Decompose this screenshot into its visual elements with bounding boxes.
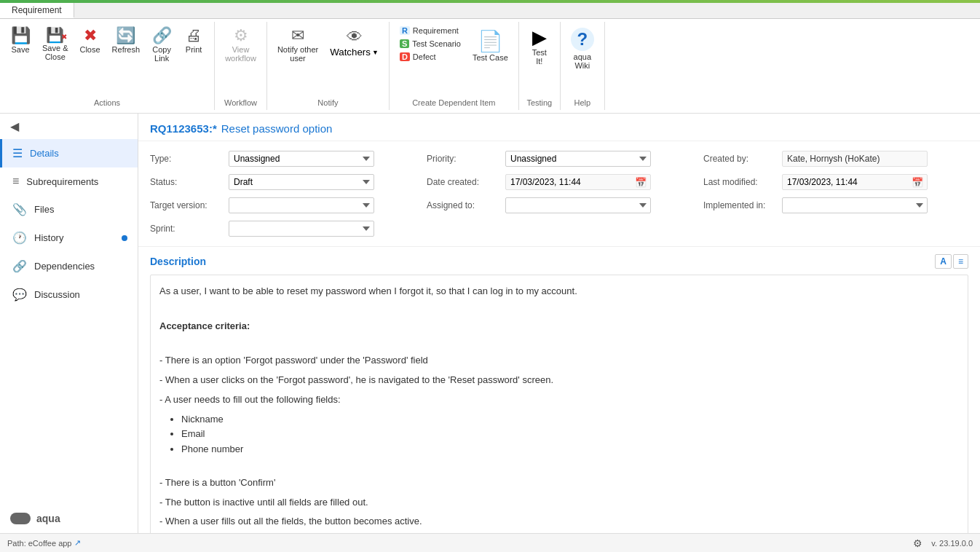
tab-requirement[interactable]: Requirement xyxy=(0,3,74,18)
save-button[interactable]: 💾 Save xyxy=(6,25,35,57)
copy-link-icon: 🔗 xyxy=(152,28,172,44)
history-notification-dot xyxy=(122,235,127,241)
description-section: Description A ≡ As a user, I want to be … xyxy=(138,247,980,533)
discussion-label: Discussion xyxy=(34,289,80,300)
testing-group-label: Testing xyxy=(526,95,552,107)
toolbar-group-create-dependent: R Requirement S Test Scenario D Defect 📄… xyxy=(390,22,519,110)
save-icon: 💾 xyxy=(11,28,31,44)
close-button[interactable]: ✖ Close xyxy=(75,25,104,57)
toolbar-group-testing: ▶ TestIt! Testing xyxy=(519,22,561,110)
help-group-label: Help xyxy=(574,95,591,107)
last-modified-calendar-icon: 📅 xyxy=(908,176,927,189)
subrequirements-icon: ≡ xyxy=(12,175,19,188)
field-item-phone: Phone number xyxy=(181,442,959,457)
target-version-select[interactable] xyxy=(229,197,374,213)
print-button[interactable]: 🖨 Print xyxy=(179,25,208,57)
priority-select[interactable]: Unassigned xyxy=(505,151,651,167)
watchers-chevron: ▼ xyxy=(372,49,379,56)
date-created-label: Date created: xyxy=(427,177,499,187)
type-select[interactable]: Unassigned xyxy=(229,151,374,167)
sidebar-item-history[interactable]: 🕐 History xyxy=(0,224,138,252)
toolbar: 💾 Save 💾✖ Save &Close ✖ Close 🔄 Refresh … xyxy=(0,19,980,114)
form-grid: Type: Unassigned Status: Draft Target ve… xyxy=(150,147,968,240)
path-link-icon[interactable]: ↗ xyxy=(74,538,81,548)
desc-tool-format-button[interactable]: ≡ xyxy=(953,254,968,269)
create-requirement-button[interactable]: R Requirement xyxy=(395,25,465,36)
test-case-icon: 📄 xyxy=(478,29,503,53)
assigned-to-field-row: Assigned to: xyxy=(427,194,692,217)
test-it-label: TestIt! xyxy=(532,48,547,66)
implemented-in-select[interactable] xyxy=(782,197,928,213)
history-icon: 🕐 xyxy=(12,231,27,245)
sidebar-item-files[interactable]: 📎 Files xyxy=(0,195,138,224)
dependencies-label: Dependencies xyxy=(34,261,95,272)
type-field-row: Type: Unassigned xyxy=(150,147,415,170)
toolbar-group-workflow: ⚙ Viewworkflow Workflow xyxy=(215,22,267,110)
sidebar-item-subrequirements[interactable]: ≡ Subrequirements xyxy=(0,167,138,195)
date-created-field-row: Date created: 📅 xyxy=(427,170,692,194)
collapse-icon: ◀ xyxy=(10,119,19,133)
form-col-1: Type: Unassigned Status: Draft Target ve… xyxy=(150,147,415,240)
copy-link-button[interactable]: 🔗 CopyLink xyxy=(147,25,176,66)
create-test-case-button[interactable]: 📄 Test Case xyxy=(468,25,513,66)
wiki-icon: ? xyxy=(571,28,594,51)
history-label: History xyxy=(34,232,63,243)
version-text: v. 23.19.0.0 xyxy=(931,539,973,548)
toolbar-group-notify: ✉ Notify otheruser 👁 Watchers ▼ Notify xyxy=(267,22,390,110)
more-criteria-0: - There is a button 'Confirm' xyxy=(159,476,959,491)
notify-button[interactable]: ✉ Notify otheruser xyxy=(273,25,323,66)
desc-tool-a-button[interactable]: A xyxy=(935,254,952,269)
sprint-select[interactable] xyxy=(229,221,374,237)
view-workflow-button[interactable]: ⚙ Viewworkflow xyxy=(221,25,261,66)
item-id: RQ1123653:* xyxy=(150,122,217,135)
workflow-group-label: Workflow xyxy=(224,95,257,107)
settings-icon[interactable]: ⚙ xyxy=(913,537,922,549)
test-it-button[interactable]: ▶ TestIt! xyxy=(525,25,554,68)
defect-icon: D xyxy=(400,52,410,61)
more-criteria-2: - When a user fills out all the fields, … xyxy=(159,514,959,529)
type-label: Type: xyxy=(150,154,223,164)
content-area: RQ1123653:* Reset password option Type: … xyxy=(138,114,980,533)
status-select[interactable]: Draft xyxy=(229,174,374,190)
criteria-item-0: - There is an option 'Forgot password' u… xyxy=(159,353,959,368)
testing-buttons: ▶ TestIt! xyxy=(525,25,554,95)
save-close-button[interactable]: 💾✖ Save &Close xyxy=(38,25,72,64)
refresh-button[interactable]: 🔄 Refresh xyxy=(108,25,145,57)
save-label: Save xyxy=(11,45,29,54)
watchers-button[interactable]: 👁 Watchers ▼ xyxy=(325,25,383,60)
sidebar-item-dependencies[interactable]: 🔗 Dependencies xyxy=(0,252,138,280)
field-item-nickname: Nickname xyxy=(181,412,959,427)
sidebar-item-details[interactable]: ☰ Details xyxy=(0,139,138,167)
sprint-label: Sprint: xyxy=(150,224,223,234)
watchers-icon: 👁 xyxy=(347,28,363,47)
target-version-label: Target version: xyxy=(150,200,223,210)
notify-icon: ✉ xyxy=(291,28,304,44)
create-test-scenario-button[interactable]: S Test Scenario xyxy=(395,38,465,50)
priority-label: Priority: xyxy=(427,154,499,164)
form-col-2: Priority: Unassigned Date created: 📅 xyxy=(427,147,692,240)
implemented-in-field-row: Implemented in: xyxy=(703,194,968,217)
notify-label: Notify otheruser xyxy=(277,45,318,63)
help-buttons: ? aquaWiki xyxy=(566,25,598,95)
aqua-logo-label: aqua xyxy=(36,513,60,524)
create-defect-button[interactable]: D Defect xyxy=(395,51,465,63)
save-close-icon: 💾✖ xyxy=(46,28,64,42)
status-path: Path: eCoffee app ↗ xyxy=(7,538,81,548)
description-tools: A ≡ xyxy=(935,254,968,269)
description-header: Description A ≡ xyxy=(150,254,968,269)
status-label: Status: xyxy=(150,177,223,187)
status-field-row: Status: Draft xyxy=(150,170,415,194)
sidebar-logo: aqua xyxy=(0,504,138,533)
aqua-wiki-button[interactable]: ? aquaWiki xyxy=(566,25,598,73)
notify-buttons: ✉ Notify otheruser 👁 Watchers ▼ xyxy=(273,25,383,95)
sidebar: ◀ ☰ Details ≡ Subrequirements 📎 Files 🕐 … xyxy=(0,114,138,533)
sidebar-collapse-button[interactable]: ◀ xyxy=(0,114,138,139)
sidebar-item-discussion[interactable]: 💬 Discussion xyxy=(0,280,138,309)
description-content: As a user, I want to be able to reset my… xyxy=(150,275,968,533)
refresh-icon: 🔄 xyxy=(116,28,135,44)
requirement-icon: R xyxy=(400,26,410,35)
assigned-to-select[interactable] xyxy=(505,197,651,213)
dep-left-col: R Requirement S Test Scenario D Defect xyxy=(395,25,465,63)
criteria-item-1: - When a user clicks on the 'Forgot pass… xyxy=(159,373,959,388)
close-label: Close xyxy=(79,45,100,54)
